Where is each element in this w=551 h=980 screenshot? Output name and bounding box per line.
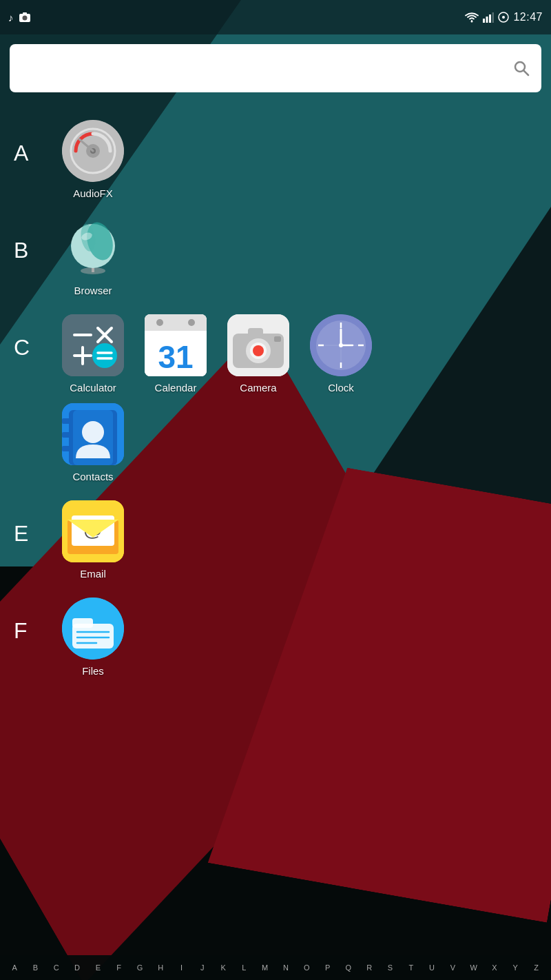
alpha-h[interactable]: H: [155, 963, 166, 972]
alpha-l[interactable]: L: [238, 963, 249, 972]
apps-grid-b: Browser: [55, 217, 537, 296]
alpha-c[interactable]: C: [51, 963, 62, 972]
calendar-icon: 31: [145, 314, 207, 376]
alpha-b[interactable]: B: [30, 963, 41, 972]
alpha-m[interactable]: M: [260, 963, 271, 972]
app-browser[interactable]: Browser: [55, 217, 131, 296]
alpha-j[interactable]: J: [197, 963, 208, 972]
svg-point-3: [471, 20, 473, 22]
contacts-icon: [62, 403, 124, 465]
section-e: E @ Email: [0, 489, 551, 586]
section-letter-e: E: [14, 500, 41, 547]
email-label: Email: [80, 568, 106, 580]
apps-grid-contacts: Contacts: [55, 403, 537, 482]
section-c: C: [0, 303, 551, 400]
svg-rect-60: [62, 418, 70, 424]
calculator-icon: [62, 314, 124, 376]
alpha-d[interactable]: D: [72, 963, 83, 972]
alpha-y[interactable]: Y: [510, 963, 521, 972]
files-label: Files: [82, 665, 104, 677]
music-icon: ♪: [8, 12, 14, 23]
alpha-n[interactable]: N: [280, 963, 291, 972]
app-files[interactable]: Files: [55, 598, 131, 677]
alpha-a[interactable]: A: [9, 963, 20, 972]
app-email[interactable]: @ Email: [55, 500, 131, 580]
svg-rect-44: [274, 336, 281, 342]
alpha-i[interactable]: I: [176, 963, 187, 972]
section-letter-b: B: [14, 217, 41, 263]
section-letter-a: A: [14, 120, 41, 166]
email-icon: @: [62, 500, 124, 562]
svg-rect-2: [23, 12, 27, 14]
svg-rect-6: [489, 14, 491, 23]
apps-grid-e: @ Email: [55, 500, 537, 580]
svg-rect-43: [248, 328, 263, 336]
clock-icon: [310, 314, 372, 376]
alphabet-bar: A B C D E F G H I J K L M N O P Q R S T …: [0, 955, 551, 980]
svg-line-11: [524, 71, 529, 76]
app-contacts[interactable]: Contacts: [55, 403, 131, 482]
svg-point-59: [82, 421, 104, 443]
svg-point-29: [92, 343, 117, 368]
apps-grid-c: Calculator 31: [55, 314, 537, 394]
section-contacts: Contacts: [0, 400, 551, 489]
search-bar[interactable]: [10, 44, 541, 92]
section-f: F Files: [0, 586, 551, 684]
audiofx-icon: [62, 120, 124, 182]
files-icon: [62, 598, 124, 660]
alpha-f[interactable]: F: [114, 963, 125, 972]
status-bar: ♪ 12:47: [0, 0, 551, 34]
section-b: B: [0, 206, 551, 303]
browser-label: Browser: [74, 285, 112, 296]
alpha-t[interactable]: T: [406, 963, 417, 972]
calculator-label: Calculator: [70, 382, 116, 394]
alpha-o[interactable]: O: [301, 963, 312, 972]
wifi-icon: [465, 12, 479, 23]
calendar-label: Calendar: [155, 382, 197, 394]
alpha-v[interactable]: V: [447, 963, 458, 972]
app-calendar[interactable]: 31 Calendar: [138, 314, 214, 394]
camera-icon: [227, 314, 289, 376]
camera-label: Camera: [240, 382, 276, 394]
svg-rect-7: [492, 12, 495, 23]
alpha-p[interactable]: P: [322, 963, 333, 972]
svg-rect-4: [483, 19, 485, 23]
clock-label: Clock: [328, 382, 354, 394]
section-letter-c: C: [14, 314, 41, 360]
app-camera[interactable]: Camera: [220, 314, 296, 394]
svg-rect-33: [145, 314, 207, 331]
svg-point-9: [502, 16, 505, 19]
svg-point-1: [22, 16, 27, 21]
status-right-icons: 12:47: [465, 11, 543, 23]
svg-rect-5: [486, 17, 488, 23]
contacts-label: Contacts: [72, 471, 113, 482]
alpha-x[interactable]: X: [489, 963, 500, 972]
app-audiofx[interactable]: AudioFX: [55, 120, 131, 199]
apps-grid-a: AudioFX: [55, 120, 537, 199]
svg-rect-23: [62, 314, 124, 376]
alpha-u[interactable]: U: [426, 963, 437, 972]
app-list: A AudioFX: [0, 102, 551, 691]
svg-text:31: 31: [158, 339, 193, 375]
alpha-k[interactable]: K: [218, 963, 229, 972]
app-clock[interactable]: Clock: [303, 314, 379, 394]
svg-point-34: [156, 319, 163, 326]
search-icon: [512, 59, 530, 77]
alpha-q[interactable]: Q: [343, 963, 354, 972]
photo-icon: [19, 12, 30, 22]
signal-icon: [483, 12, 494, 23]
alpha-g[interactable]: G: [134, 963, 145, 972]
alpha-w[interactable]: W: [468, 963, 479, 972]
svg-rect-61: [62, 432, 70, 438]
alpha-z[interactable]: Z: [531, 963, 542, 972]
alpha-r[interactable]: R: [364, 963, 375, 972]
alpha-s[interactable]: S: [384, 963, 395, 972]
alpha-e[interactable]: E: [92, 963, 103, 972]
audiofx-label: AudioFX: [73, 187, 113, 199]
svg-rect-70: [72, 618, 93, 628]
svg-point-35: [188, 319, 195, 326]
svg-rect-62: [62, 446, 70, 451]
status-left-icons: ♪: [8, 12, 30, 23]
svg-point-42: [253, 345, 264, 356]
app-calculator[interactable]: Calculator: [55, 314, 131, 394]
